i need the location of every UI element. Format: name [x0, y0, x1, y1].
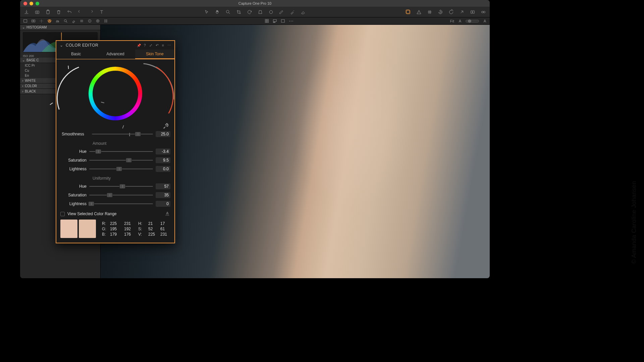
view-range-checkbox[interactable] — [60, 212, 65, 216]
svg-rect-33 — [281, 19, 285, 22]
uni-sat-value[interactable]: 35 — [156, 192, 170, 198]
clipboard-icon[interactable] — [45, 9, 51, 15]
undo-icon[interactable] — [66, 9, 72, 15]
panel-header[interactable]: ⌄ COLOR EDITOR 📌 ? ⤢ ↶ ≡ ⋯ — [56, 41, 174, 50]
smoothness-value[interactable]: 25.0 — [156, 131, 170, 137]
proof-profile-icon[interactable] — [458, 19, 462, 23]
lens-tab-icon[interactable] — [39, 19, 44, 23]
browser-view-icon[interactable] — [405, 9, 411, 15]
histogram-header[interactable]: ⌄HISTOGRAM — [20, 25, 100, 30]
mask-brush-icon[interactable] — [289, 9, 296, 15]
uni-sat-label: Saturation — [60, 193, 87, 197]
svg-rect-29 — [267, 21, 269, 22]
amount-lig-thumb[interactable] — [116, 167, 122, 171]
zoom-tool-icon[interactable] — [225, 9, 231, 15]
crop-tool-icon[interactable] — [236, 9, 242, 15]
export-icon[interactable] — [459, 9, 465, 15]
more-dots-icon[interactable]: ⋯ — [289, 18, 293, 24]
cursor-tool-icon[interactable] — [204, 9, 210, 15]
svg-point-23 — [106, 20, 107, 20]
import-icon[interactable] — [23, 9, 30, 15]
uni-hue-slider[interactable] — [89, 186, 153, 187]
fit-zoom-label[interactable]: Fit — [450, 19, 454, 23]
preset-menu-icon[interactable]: ≡ — [162, 43, 164, 48]
svg-point-9 — [482, 11, 483, 13]
svg-point-21 — [97, 20, 98, 21]
spot-tool-icon[interactable] — [268, 9, 274, 15]
svg-rect-32 — [274, 22, 275, 23]
uni-lig-slider[interactable] — [89, 203, 153, 204]
view-mode-filmstrip-icon[interactable] — [273, 19, 277, 23]
amount-sat-slider[interactable] — [89, 160, 153, 161]
amount-sat-value[interactable]: 9.5 — [156, 157, 170, 163]
panel-more-icon[interactable]: ⋯ — [167, 43, 171, 48]
amount-hue-thumb[interactable] — [95, 149, 101, 154]
uni-hue-thumb[interactable] — [119, 184, 125, 189]
library-tab-icon[interactable] — [23, 19, 28, 23]
smoothness-slider[interactable] — [92, 134, 153, 134]
metadata-tab-icon[interactable] — [87, 19, 92, 23]
capture-tab-icon[interactable] — [31, 19, 36, 23]
reset-icon[interactable] — [77, 9, 83, 15]
zoom-slider[interactable] — [466, 20, 479, 22]
help-icon[interactable]: ? — [144, 43, 146, 48]
eraser-tool-icon[interactable] — [300, 9, 306, 15]
tab-advanced[interactable]: Advanced — [96, 50, 135, 59]
pin-icon[interactable]: 📌 — [137, 44, 141, 47]
uni-lig-thumb[interactable] — [88, 201, 94, 206]
redo-icon[interactable] — [88, 9, 94, 15]
amount-lig-slider[interactable] — [89, 169, 153, 169]
svg-point-1 — [37, 11, 38, 13]
hue-arc[interactable] — [93, 49, 188, 144]
details-tab-icon[interactable] — [63, 19, 68, 23]
user-icon[interactable] — [482, 19, 487, 23]
undo-panel-icon[interactable]: ↶ — [156, 43, 159, 48]
amount-lig-label: Lightness — [60, 167, 87, 171]
amount-lig-value[interactable]: 0.0 — [156, 166, 170, 172]
svg-point-4 — [226, 10, 229, 13]
smoothness-thumb[interactable] — [135, 132, 141, 136]
hand-tool-icon[interactable] — [214, 9, 220, 15]
rotate-left-icon[interactable] — [437, 9, 443, 15]
batch-tab-icon[interactable] — [103, 19, 108, 23]
warning-icon[interactable] — [416, 9, 422, 15]
capture-icon[interactable] — [34, 9, 40, 15]
main-toolbar — [20, 7, 490, 17]
local-tab-icon[interactable] — [71, 19, 76, 23]
pick-skin-tone-icon[interactable] — [162, 122, 170, 130]
keystone-tool-icon[interactable] — [257, 9, 263, 15]
tab-basic[interactable]: Basic — [56, 50, 96, 59]
uni-lig-value[interactable]: 0 — [156, 201, 170, 207]
grid-icon[interactable] — [427, 9, 433, 15]
text-tool-icon[interactable] — [99, 9, 105, 15]
spread-icon[interactable] — [164, 211, 170, 217]
trash-icon[interactable] — [56, 9, 62, 15]
uni-sat-slider[interactable] — [89, 195, 153, 195]
app-window: Capture One Pro 10 — [20, 0, 490, 278]
tab-skin-tone[interactable]: Skin Tone — [135, 50, 174, 59]
output-tab-icon[interactable] — [95, 19, 100, 23]
amount-hue-value[interactable]: -3.4 — [156, 148, 170, 155]
amount-sat-row: Saturation 9.5 — [60, 157, 170, 163]
svg-rect-27 — [267, 19, 269, 21]
amount-group-label: Amount — [60, 141, 170, 146]
uni-hue-value[interactable]: 57 — [156, 183, 170, 189]
view-mode-grid-icon[interactable] — [265, 19, 269, 23]
rotate-tool-icon[interactable] — [247, 9, 253, 15]
expand-icon[interactable]: ⤢ — [149, 43, 152, 48]
exposure-tab-icon[interactable] — [55, 19, 60, 23]
svg-point-5 — [269, 10, 272, 13]
svg-point-25 — [106, 21, 107, 22]
brush-tool-icon[interactable] — [279, 9, 285, 15]
view-mode-single-icon[interactable] — [281, 19, 285, 23]
uni-sat-thumb[interactable] — [107, 193, 113, 197]
collapse-icon[interactable]: ⌄ — [60, 43, 63, 48]
amount-hue-slider[interactable] — [89, 151, 153, 152]
slideshow-icon[interactable] — [470, 9, 476, 15]
adjustments-tab-icon[interactable] — [79, 19, 84, 23]
loupe-icon[interactable] — [480, 9, 486, 15]
uni-lig-row: Lightness 0 — [60, 201, 170, 207]
color-tab-icon[interactable] — [47, 19, 52, 23]
amount-sat-thumb[interactable] — [126, 158, 132, 163]
rotate-right-icon[interactable] — [448, 9, 454, 15]
